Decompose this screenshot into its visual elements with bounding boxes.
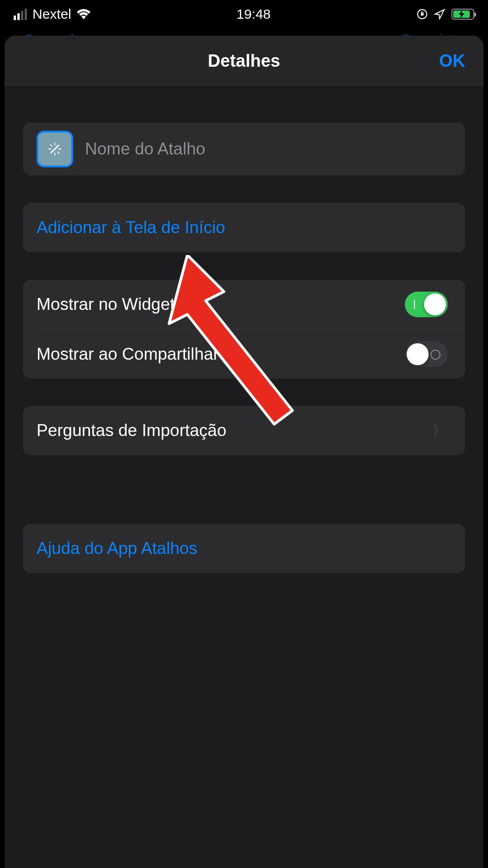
toggle-knob bbox=[407, 343, 429, 365]
import-questions-button[interactable]: Perguntas de Importação 〉 bbox=[23, 406, 465, 455]
shortcut-name-section bbox=[23, 122, 465, 176]
toggles-section: Mostrar no Widget Mostrar ao Compartilha… bbox=[23, 280, 465, 378]
help-section: Ajuda do App Atalhos bbox=[23, 524, 465, 573]
battery-icon bbox=[451, 9, 474, 20]
orientation-lock-icon bbox=[417, 9, 428, 20]
ok-button[interactable]: OK bbox=[439, 51, 465, 71]
magic-wand-icon bbox=[45, 139, 65, 159]
shortcut-name-row[interactable] bbox=[23, 122, 465, 176]
shortcut-name-input[interactable] bbox=[85, 139, 451, 159]
help-button[interactable]: Ajuda do App Atalhos bbox=[23, 524, 465, 573]
show-in-widget-toggle[interactable] bbox=[405, 292, 448, 317]
toggle-knob bbox=[424, 293, 446, 315]
wifi-icon bbox=[77, 9, 90, 20]
show-in-share-label: Mostrar ao Compartilhar bbox=[37, 345, 219, 364]
svg-rect-1 bbox=[421, 13, 424, 16]
show-in-share-toggle[interactable] bbox=[405, 341, 448, 367]
location-icon bbox=[434, 9, 445, 20]
add-to-home-button[interactable]: Adicionar à Tela de Início bbox=[23, 203, 465, 252]
show-in-share-row: Mostrar ao Compartilhar bbox=[37, 329, 465, 378]
status-right bbox=[417, 9, 474, 20]
carrier-label: Nextel bbox=[32, 6, 71, 22]
show-in-widget-row: Mostrar no Widget bbox=[23, 280, 465, 329]
show-in-widget-label: Mostrar no Widget bbox=[37, 295, 175, 314]
import-questions-label: Perguntas de Importação bbox=[37, 421, 226, 440]
status-left: Nextel bbox=[14, 6, 90, 22]
svg-line-8 bbox=[58, 152, 59, 154]
svg-line-2 bbox=[51, 145, 58, 153]
clock: 19:48 bbox=[236, 6, 271, 22]
help-label: Ajuda do App Atalhos bbox=[37, 539, 197, 558]
status-bar: Nextel 19:48 bbox=[0, 0, 488, 27]
cellular-signal-icon bbox=[14, 9, 27, 20]
modal-header: Detalhes OK bbox=[5, 36, 483, 86]
details-modal: Detalhes OK bbox=[5, 36, 483, 868]
svg-line-7 bbox=[50, 144, 52, 146]
shortcut-icon-button[interactable] bbox=[37, 131, 73, 167]
chevron-right-icon: 〉 bbox=[432, 421, 451, 441]
modal-title: Detalhes bbox=[208, 51, 280, 71]
add-to-home-section: Adicionar à Tela de Início bbox=[23, 203, 465, 252]
import-questions-section: Perguntas de Importação 〉 bbox=[23, 406, 465, 455]
add-to-home-label: Adicionar à Tela de Início bbox=[37, 218, 225, 237]
